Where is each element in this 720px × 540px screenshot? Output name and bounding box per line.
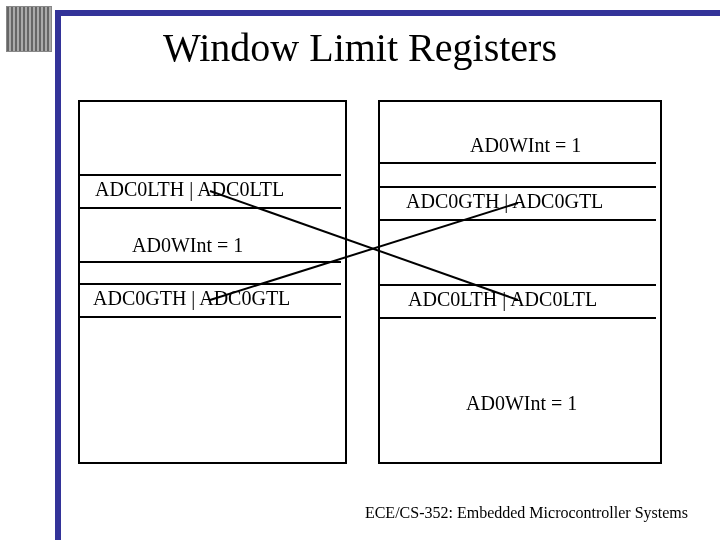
rule-left [55,10,61,540]
rule-top [55,10,720,16]
right-interrupt-bottom: AD0WInt = 1 [466,392,577,415]
left-upper-threshold: ADC0LTH | ADC0LTL [95,178,284,201]
page-title: Window Limit Registers [0,24,720,71]
right-upper-threshold: ADC0GTH | ADC0GTL [406,190,603,213]
diagram-left [78,100,347,464]
left-lower-threshold: ADC0GTH | ADC0GTL [93,287,290,310]
left-interrupt-label: AD0WInt = 1 [132,234,243,257]
footer-text: ECE/CS-352: Embedded Microcontroller Sys… [365,504,688,522]
slide: Window Limit Registers ADC0LTH | ADC0LTL… [0,0,720,540]
right-lower-threshold: ADC0LTH | ADC0LTL [408,288,597,311]
right-interrupt-top: AD0WInt = 1 [470,134,581,157]
